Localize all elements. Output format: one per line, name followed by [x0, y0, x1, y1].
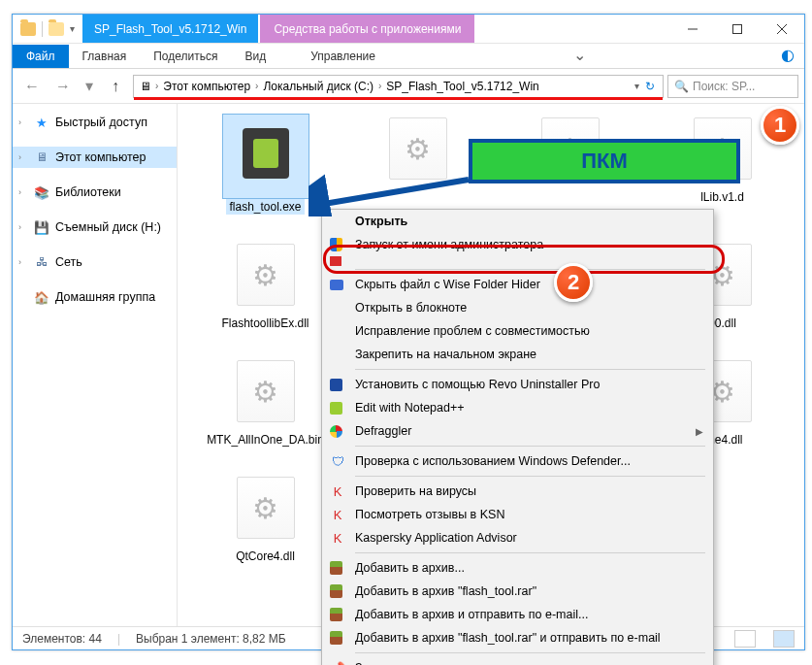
- shield-icon: [330, 238, 342, 251]
- view-icons-button[interactable]: [773, 630, 795, 648]
- homegroup-icon: 🏠: [34, 289, 49, 305]
- folder-icon: [330, 280, 343, 290]
- library-icon: 📚: [34, 184, 49, 200]
- file-item[interactable]: QtCore4.dll: [195, 473, 336, 564]
- separator: [355, 552, 705, 553]
- defender-icon: 🛡: [330, 453, 345, 469]
- context-menu: Открыть Запуск от имени администратора С…: [321, 209, 714, 665]
- ribbon-help-icon[interactable]: ◐: [771, 42, 804, 68]
- ctx-pin-taskbar[interactable]: 📌Закрепить на панели задач: [322, 656, 713, 665]
- revo-icon: [330, 379, 342, 391]
- ctx-kaspersky-advisor[interactable]: KKaspersky Application Advisor: [322, 526, 713, 549]
- titlebar-left: ▾: [13, 15, 82, 43]
- ctx-run-as-admin[interactable]: Запуск от имени администратора: [322, 233, 713, 256]
- ribbon-tab-home[interactable]: Главная: [69, 45, 141, 68]
- close-button[interactable]: [760, 15, 804, 43]
- chevron-right-icon[interactable]: ›: [378, 81, 381, 91]
- star-icon: ★: [34, 115, 49, 130]
- winrar-icon: [330, 631, 342, 645]
- breadcrumb-folder[interactable]: SP_Flash_Tool_v5.1712_Win: [383, 80, 541, 93]
- ribbon-file-tab[interactable]: Файл: [13, 45, 69, 68]
- network-icon: 🖧: [34, 254, 49, 270]
- ctx-revo[interactable]: Установить с помощью Revo Uninstaller Pr…: [322, 373, 713, 396]
- pin-icon: 📌: [330, 660, 345, 665]
- ctx-hidden-row[interactable]: [322, 256, 713, 266]
- nav-forward-button[interactable]: →: [49, 73, 77, 100]
- dll-icon: [237, 244, 295, 306]
- folder-icon: [20, 22, 36, 36]
- drive-icon: 💾: [34, 219, 49, 235]
- ctx-compat[interactable]: Исправление проблем с совместимостью: [322, 319, 713, 343]
- breadcrumb-drive[interactable]: Локальный диск (C:): [260, 80, 376, 93]
- ctx-ksn[interactable]: KПосмотреть отзывы в KSN: [322, 503, 713, 526]
- minimize-button[interactable]: [670, 15, 715, 43]
- chevron-right-icon[interactable]: ›: [155, 81, 158, 91]
- annotation-badge-2: 2: [554, 263, 593, 302]
- file-item[interactable]: MTK_AllInOne_DA.bin: [195, 356, 336, 448]
- pc-icon: 🖥: [138, 79, 153, 94]
- sidebar-this-pc[interactable]: ›🖥Этот компьютер: [13, 147, 177, 168]
- sidebar-network[interactable]: ›🖧Сеть: [13, 251, 177, 273]
- defraggler-icon: [330, 425, 342, 438]
- ctx-pin-start[interactable]: Закрепить на начальном экране: [322, 343, 713, 366]
- address-row: ← → ▾ ↑ 🖥 › Этот компьютер › Локальный д…: [13, 69, 804, 104]
- search-input[interactable]: 🔍 Поиск: SP...: [667, 75, 798, 98]
- qat-dropdown-icon[interactable]: ▾: [70, 23, 75, 34]
- address-dropdown-icon[interactable]: ▾: [634, 81, 639, 91]
- separator: [355, 269, 705, 270]
- pc-icon: 🖥: [34, 150, 49, 165]
- svg-rect-1: [733, 24, 742, 33]
- sidebar-quick-access[interactable]: ›★Быстрый доступ: [13, 112, 177, 133]
- annotation-arrow: [309, 158, 473, 216]
- ribbon-tab-view[interactable]: Вид: [231, 45, 279, 68]
- address-bar[interactable]: 🖥 › Этот компьютер › Локальный диск (C:)…: [133, 75, 664, 98]
- notepadpp-icon: [330, 402, 342, 415]
- ctx-npp[interactable]: Edit with Notepad++: [322, 396, 713, 419]
- sidebar-removable[interactable]: ›💾Съемный диск (H:): [13, 216, 177, 238]
- separator: [355, 446, 705, 447]
- maximize-button[interactable]: [715, 15, 760, 43]
- dll-icon: [237, 360, 295, 422]
- ribbon: Файл Главная Поделиться Вид Управление ⌄…: [13, 44, 804, 69]
- view-details-button[interactable]: [734, 630, 756, 648]
- ctx-open-notepad[interactable]: Открыть в блокноте: [322, 296, 713, 319]
- explorer-window: ▾ SP_Flash_Tool_v5.1712_Win Средства раб…: [12, 14, 805, 650]
- titlebar: ▾ SP_Flash_Tool_v5.1712_Win Средства раб…: [13, 15, 804, 44]
- separator: [42, 21, 43, 37]
- folder-icon: [49, 22, 64, 36]
- sidebar-homegroup[interactable]: 🏠Домашняя группа: [13, 286, 177, 308]
- ctx-hide-file[interactable]: Скрыть файл с Wise Folder Hider: [322, 273, 713, 296]
- ctx-archive-rar[interactable]: Добавить в архив "flash_tool.rar": [322, 580, 713, 603]
- annotation-badge-1: 1: [761, 106, 799, 145]
- kaspersky-icon: K: [330, 483, 345, 499]
- winrar-icon: [330, 608, 342, 621]
- breadcrumb-pc[interactable]: Этот компьютер: [160, 80, 253, 93]
- ribbon-expand-icon[interactable]: ⌄: [564, 42, 596, 68]
- separator: [355, 369, 705, 370]
- refresh-icon[interactable]: ↻: [641, 80, 659, 93]
- file-item[interactable]: FlashtoollibEx.dll: [195, 240, 336, 331]
- nav-up-button[interactable]: ↑: [102, 73, 129, 100]
- nav-back-button[interactable]: ←: [18, 73, 46, 100]
- ctx-defender[interactable]: 🛡Проверка с использованием Windows Defen…: [322, 449, 713, 473]
- search-icon: 🔍: [674, 80, 689, 93]
- contextual-tab-header: Средства работы с приложениями: [260, 15, 474, 43]
- submenu-arrow-icon: ▶: [696, 426, 703, 437]
- ctx-scan-virus[interactable]: KПроверить на вирусы: [322, 480, 713, 503]
- app-icon: [330, 256, 341, 266]
- annotation-label: ПКМ: [469, 139, 740, 183]
- ctx-archive-email[interactable]: Добавить в архив и отправить по e-mail..…: [322, 603, 713, 626]
- file-label: flash_tool.exe: [226, 199, 304, 215]
- search-placeholder: Поиск: SP...: [693, 80, 755, 93]
- chevron-right-icon[interactable]: ›: [255, 81, 258, 91]
- ribbon-tab-share[interactable]: Поделиться: [140, 45, 231, 68]
- sidebar-libraries[interactable]: ›📚Библиотеки: [13, 182, 177, 203]
- status-item-count: Элементов: 44: [22, 632, 102, 646]
- nav-history-dropdown[interactable]: ▾: [81, 73, 98, 100]
- ctx-defraggler[interactable]: Defraggler▶: [322, 419, 713, 443]
- ctx-archive-rar-email[interactable]: Добавить в архив "flash_tool.rar" и отпр…: [322, 626, 713, 649]
- ctx-archive[interactable]: Добавить в архив...: [322, 556, 713, 580]
- winrar-icon: [330, 561, 342, 575]
- ribbon-tab-manage[interactable]: Управление: [297, 45, 389, 68]
- window-title: SP_Flash_Tool_v5.1712_Win: [82, 15, 258, 43]
